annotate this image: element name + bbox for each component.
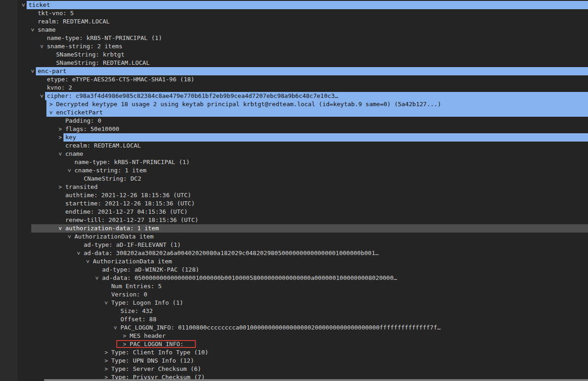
- tree-row[interactable]: ad-type: aD-WIN2K-PAC (128): [0, 266, 588, 274]
- chevron-down-icon[interactable]: >: [102, 300, 110, 306]
- tree-row-label: Decrypted keytype 18 usage 2 using keyta…: [56, 100, 441, 108]
- tree-row-label: Padding: 0: [65, 117, 101, 125]
- tree-row[interactable]: >Type: Client Info Type (10): [0, 348, 588, 357]
- tree-row-label: enc-part: [38, 67, 67, 75]
- tree-row[interactable]: >cname: [0, 150, 588, 158]
- tree-row[interactable]: etype: eTYPE-AES256-CTS-HMAC-SHA1-96 (18…: [0, 75, 588, 84]
- chevron-right-icon[interactable]: >: [48, 100, 54, 108]
- tree-row-label: AuthorizationData item: [74, 233, 154, 241]
- tree-row[interactable]: crealm: REDTEAM.LOCAL: [0, 142, 588, 150]
- tree-row[interactable]: >Type: UPN DNS Info (12): [0, 357, 588, 365]
- selection-highlight: [36, 67, 588, 75]
- tree-row-label: tkt-vno: 5: [38, 9, 74, 17]
- packet-detail-tree[interactable]: >tickettkt-vno: 5realm: REDTEAM.LOCAL>sn…: [0, 0, 588, 381]
- tree-row-label: endtime: 2021-12-27 04:15:36 (UTC): [65, 208, 188, 216]
- chevron-down-icon[interactable]: >: [65, 167, 74, 174]
- tree-row[interactable]: >Type: Server Checksum (6): [0, 365, 588, 373]
- tree-row[interactable]: renew-till: 2021-12-27 18:15:36 (UTC): [0, 216, 588, 224]
- tree-row[interactable]: >key: [0, 133, 588, 142]
- tree-row-label: SNameString: krbtgt: [56, 51, 125, 59]
- tree-row-label: ad-type: aD-IF-RELEVANT (1): [84, 241, 181, 249]
- tree-row[interactable]: Padding: 0: [0, 117, 588, 125]
- chevron-down-icon[interactable]: >: [56, 151, 64, 157]
- tree-row[interactable]: authtime: 2021-12-26 18:15:36 (UTC): [0, 191, 588, 199]
- tree-row[interactable]: >encTicketPart: [0, 108, 588, 117]
- tree-row[interactable]: Size: 432: [0, 307, 588, 315]
- tree-row-label: cname-string: 1 item: [74, 166, 147, 175]
- tree-row[interactable]: Version: 0: [0, 290, 588, 299]
- tree-row[interactable]: kvno: 2: [0, 84, 588, 92]
- chevron-down-icon[interactable]: >: [74, 250, 83, 256]
- tree-row[interactable]: Offset: 88: [0, 315, 588, 324]
- chevron-down-icon[interactable]: >: [84, 258, 92, 265]
- chevron-right-icon[interactable]: >: [57, 125, 63, 133]
- chevron-right-icon[interactable]: >: [103, 365, 109, 373]
- tree-row-label: starttime: 2021-12-26 18:15:36 (UTC): [65, 199, 195, 208]
- tree-row[interactable]: >MES header: [0, 332, 588, 340]
- tree-row[interactable]: tkt-vno: 5: [0, 9, 588, 17]
- chevron-down-icon[interactable]: >: [19, 2, 28, 8]
- chevron-down-icon[interactable]: >: [56, 225, 64, 232]
- chevron-down-icon[interactable]: >: [38, 43, 46, 50]
- tree-row[interactable]: >PAC_LOGON_INFO:: [0, 340, 588, 348]
- chevron-right-icon[interactable]: >: [103, 348, 109, 357]
- tree-row[interactable]: >transited: [0, 183, 588, 191]
- chevron-down-icon[interactable]: >: [38, 93, 46, 99]
- tree-row[interactable]: >PAC_LOGON_INFO: 01100800cccccccca001000…: [0, 324, 588, 332]
- tree-row[interactable]: ad-type: aD-IF-RELEVANT (1): [0, 241, 588, 249]
- chevron-down-icon[interactable]: >: [29, 27, 37, 33]
- tree-row[interactable]: endtime: 2021-12-27 04:15:36 (UTC): [0, 208, 588, 216]
- tree-row[interactable]: >AuthorizationData item: [0, 233, 588, 241]
- tree-row-label: cipher: c98a3f4d4986e985c82384c8ae479e77…: [47, 92, 338, 100]
- tree-row[interactable]: realm: REDTEAM.LOCAL: [0, 17, 588, 26]
- tree-row-label: flags: 50e10000: [65, 125, 119, 133]
- tree-row[interactable]: Num Entries: 5: [0, 282, 588, 290]
- tree-row[interactable]: >cname-string: 1 item: [0, 166, 588, 175]
- tree-row[interactable]: >sname-string: 2 items: [0, 42, 588, 51]
- tree-row-label: authtime: 2021-12-26 18:15:36 (UTC): [65, 191, 191, 199]
- tree-row-label: sname: [38, 26, 56, 34]
- chevron-down-icon[interactable]: >: [29, 68, 37, 74]
- tree-row[interactable]: >enc-part: [0, 67, 588, 75]
- tree-row[interactable]: >ad-data: 050000000000000001000000b00100…: [0, 274, 588, 282]
- tree-row-label: ticket: [29, 1, 50, 9]
- tree-row[interactable]: SNameString: krbtgt: [0, 51, 588, 59]
- selection-highlight: [63, 133, 588, 142]
- chevron-down-icon[interactable]: >: [47, 109, 55, 116]
- tree-row[interactable]: >authorization-data: 1 item: [0, 224, 588, 233]
- tree-row-label: cname: [65, 150, 83, 158]
- tree-row-label: transited: [65, 183, 97, 191]
- tree-row-label: Type: Client Info Type (10): [111, 348, 208, 357]
- tree-row[interactable]: starttime: 2021-12-26 18:15:36 (UTC): [0, 199, 588, 208]
- tree-row[interactable]: >flags: 50e10000: [0, 125, 588, 133]
- tree-row-label: CNameString: DC2: [84, 175, 141, 183]
- tree-row-label: ad-data: 050000000000000001000000b001000…: [102, 274, 397, 282]
- tree-row-label: Size: 432: [120, 307, 153, 315]
- chevron-down-icon[interactable]: >: [65, 233, 74, 240]
- tree-row[interactable]: >ad-data: 308202aa308202a6a00402020080a1…: [0, 249, 588, 257]
- chevron-right-icon[interactable]: >: [103, 357, 109, 365]
- chevron-down-icon[interactable]: >: [111, 324, 120, 331]
- tree-row-label: Type: UPN DNS Info (12): [111, 357, 194, 365]
- chevron-right-icon[interactable]: >: [121, 332, 128, 340]
- tree-row[interactable]: >cipher: c98a3f4d4986e985c82384c8ae479e7…: [0, 92, 588, 100]
- tree-row[interactable]: name-type: kRB5-NT-PRINCIPAL (1): [0, 34, 588, 42]
- tree-row-label: renew-till: 2021-12-27 18:15:36 (UTC): [65, 216, 199, 224]
- tree-row[interactable]: >Decrypted keytype 18 usage 2 using keyt…: [0, 100, 588, 108]
- chevron-down-icon[interactable]: >: [93, 275, 101, 281]
- tree-row-label: authorization-data: 1 item: [65, 224, 159, 233]
- tree-row-label: Num Entries: 5: [111, 282, 162, 290]
- chevron-right-icon[interactable]: >: [57, 183, 63, 191]
- tree-row[interactable]: >Type: Logon Info (1): [0, 299, 588, 307]
- tree-row-label: kvno: 2: [47, 84, 72, 92]
- tree-row-label: ad-type: aD-WIN2K-PAC (128): [102, 266, 199, 274]
- chevron-right-icon[interactable]: >: [57, 133, 63, 142]
- tree-row[interactable]: >sname: [0, 26, 588, 34]
- horizontal-scrollbar-thumb[interactable]: [44, 379, 588, 381]
- tree-row-label: encTicketPart: [56, 108, 103, 117]
- tree-row[interactable]: SNameString: REDTEAM.LOCAL: [0, 59, 588, 67]
- tree-row[interactable]: name-type: kRB5-NT-PRINCIPAL (1): [0, 158, 588, 166]
- tree-row[interactable]: CNameString: DC2: [0, 175, 588, 183]
- tree-row[interactable]: >ticket: [0, 1, 588, 9]
- tree-row[interactable]: >AuthorizationData item: [0, 257, 588, 266]
